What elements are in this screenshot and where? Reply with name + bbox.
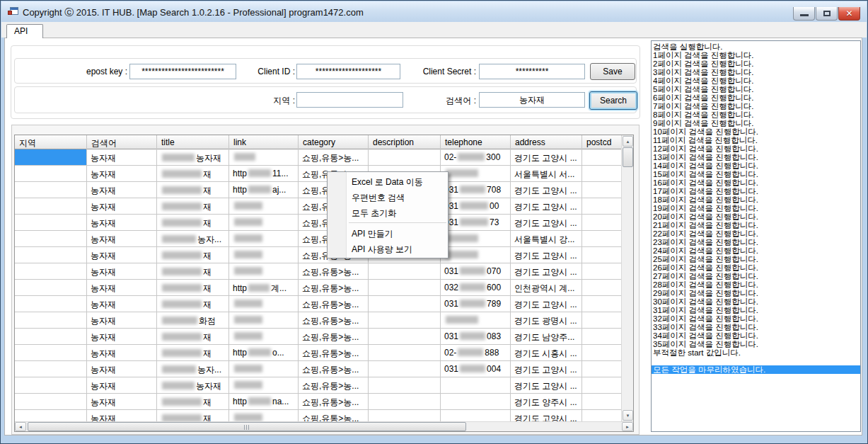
redacted-blur [162, 365, 196, 373]
horizontal-scroll-thumb[interactable] [28, 422, 466, 431]
cell-keyword: 농자재 [87, 329, 157, 344]
scroll-up-icon[interactable]: ▲ [623, 136, 633, 147]
log-line: 2페이지 검색을 진행합니다. [653, 59, 860, 68]
table-row[interactable]: 농자재재httpna...쇼핑,유통>농...경기도 양주시 ... [15, 394, 623, 410]
cell-link [229, 149, 299, 165]
cell-address: 경기도 고양시 ... [511, 361, 582, 377]
redacted-blur [234, 153, 255, 161]
grid-vertical-scrollbar[interactable]: ▲ ▼ [621, 135, 633, 421]
scroll-left-icon[interactable]: ◄ [15, 422, 26, 431]
cell-title: 재 [157, 182, 229, 198]
log-line: 30페이지 검색을 진행합니다. [653, 297, 860, 306]
log-panel[interactable]: 검색을 실행합니다.1페이지 검색을 진행합니다.2페이지 검색을 진행합니다.… [651, 40, 861, 432]
log-line: 23페이지 검색을 진행합니다. [653, 238, 860, 246]
vertical-scroll-thumb[interactable] [623, 147, 633, 167]
table-row[interactable]: 농자재농자재쇼핑,유통>농...경기도 고양시 ... [15, 377, 623, 394]
cell-link [229, 263, 299, 279]
cell-description [369, 394, 441, 409]
table-row[interactable]: 농자재재쇼핑,유통>농...03100경기도 고양시 ... [15, 198, 623, 215]
save-button[interactable]: Save [590, 63, 635, 80]
table-row[interactable]: 농자재농자재쇼핑,유통>농...02-300경기도 고양시 ... [15, 149, 623, 166]
cell-link [229, 312, 299, 328]
log-line: 18페이지 검색을 진행합니다. [653, 195, 860, 204]
column-header-7[interactable]: telephone [441, 135, 511, 149]
cell-link: http계... [229, 280, 299, 295]
client-id-input[interactable] [296, 64, 400, 79]
cell-category: 쇼핑,유통>농... [299, 345, 369, 360]
column-header-4[interactable]: link [229, 135, 299, 149]
cell-address: 서울특별시 서... [511, 166, 582, 181]
column-header-9[interactable]: postcd [582, 135, 623, 149]
log-line: 9페이지 검색을 진행합니다. [653, 119, 860, 127]
table-row[interactable]: 농자재농자...쇼핑,유통>농...031004경기도 고양시 ... [15, 361, 623, 377]
menu-item[interactable]: Excel 로 Data 이동 [328, 173, 448, 189]
cell-postcd [582, 361, 623, 377]
cell-title: 재 [157, 215, 229, 230]
epost-key-input[interactable] [129, 64, 236, 79]
column-header-1[interactable]: 지역 [15, 135, 87, 149]
log-line: 12페이지 검색을 진행합니다. [653, 144, 860, 153]
table-row[interactable]: 농자재재httpo...쇼핑,유통>농...02-888경기도 시흥시 ... [15, 345, 623, 361]
cell-category: 쇼핑,유통>농... [299, 149, 369, 165]
minimize-icon [800, 14, 809, 16]
log-line-highlighted: 모든 작업을 마무리하였습니다. [652, 365, 860, 374]
cell-title: 재 [157, 345, 229, 360]
log-line: 27페이지 검색을 진행합니다. [653, 272, 860, 280]
cell-link [229, 361, 299, 377]
cell-category: 쇼핑,유통>농... [299, 296, 369, 312]
log-line: 14페이지 검색을 진행합니다. [653, 161, 860, 170]
menu-item[interactable]: API 사용량 보기 [328, 241, 448, 256]
table-row[interactable]: 농자재재쇼핑,유통>농...031070경기도 고양시 ... [15, 263, 623, 280]
scroll-down-icon[interactable]: ▼ [623, 410, 633, 421]
cell-telephone: 031083 [441, 329, 511, 344]
titlebar: Copyright ⓒ 2015. IT HUB. [Map Search 1.… [1, 1, 867, 22]
table-row[interactable]: 농자재재쇼핑,유통>농...경기도 고양시 ... [15, 247, 623, 263]
table-row[interactable]: 농자재화점쇼핑,유통>농...경기도 광명시 ... [15, 312, 623, 329]
cell-keyword: 농자재 [87, 247, 157, 263]
table-row[interactable]: 농자재재쇼핑,유통>농...031083경기도 남양주... [15, 329, 623, 345]
cell-address: 서울특별시 강... [511, 231, 582, 246]
cell-link: http11... [229, 166, 299, 181]
minimize-button[interactable] [793, 7, 815, 21]
table-row[interactable]: 농자재농자...쇼핑,유통>농...서울특별시 강... [15, 231, 623, 247]
redacted-blur [162, 268, 202, 275]
redacted-blur [248, 348, 271, 356]
table-row[interactable]: 농자재재쇼핑,유통>농...03173경기도 고양시 ... [15, 215, 623, 231]
close-button[interactable]: ✕ [838, 7, 860, 21]
cell-address: 인천광역시 계... [511, 280, 582, 295]
cell-link [229, 198, 299, 214]
column-header-5[interactable]: category [299, 135, 369, 149]
menu-item[interactable]: API 만들기 [328, 225, 448, 241]
table-row[interactable]: 농자재재http11...쇼핑,유통>농...서울특별시 서... [15, 166, 623, 182]
tab-api[interactable]: API [6, 24, 43, 38]
cell-link [229, 329, 299, 344]
maximize-button[interactable] [816, 7, 838, 21]
column-header-2[interactable]: 검색어 [87, 135, 157, 149]
epost-key-label: epost key : [47, 67, 127, 76]
table-row[interactable]: 농자재재httpaj...쇼핑,유통>농...031708경기도 고양시 ... [15, 182, 623, 198]
client-secret-input[interactable] [479, 64, 585, 79]
cell-postcd [582, 280, 623, 295]
cell-category: 쇼핑,유통>농... [299, 329, 369, 344]
redacted-blur [162, 333, 202, 341]
redacted-blur [446, 316, 478, 324]
table-row[interactable]: 농자재재쇼핑,유통>농...031789경기도 고양시 ... [15, 296, 623, 312]
column-header-6[interactable]: description [369, 135, 441, 149]
log-line: 35페이지 검색을 진행합니다. [653, 340, 860, 348]
cell-title: 농자... [157, 231, 229, 246]
keyword-input[interactable] [479, 92, 585, 108]
grid-horizontal-scrollbar[interactable]: ◄ ► [15, 421, 633, 431]
column-header-8[interactable]: address [511, 135, 582, 149]
cell-link [229, 296, 299, 312]
column-header-3[interactable]: title [157, 135, 229, 149]
menu-item[interactable]: 우편번호 검색 [328, 189, 448, 205]
log-line: 8페이지 검색을 진행합니다. [653, 110, 860, 119]
region-input[interactable] [296, 92, 403, 108]
cell-postcd [582, 215, 623, 230]
table-row[interactable]: 농자재재http계...쇼핑,유통>농...032600인천광역시 계... [15, 280, 623, 296]
search-button[interactable]: Search [589, 91, 637, 110]
menu-item[interactable]: 모두 초기화 [328, 205, 448, 220]
log-line: 21페이지 검색을 진행합니다. [653, 221, 860, 229]
scroll-right-icon[interactable]: ► [622, 422, 633, 431]
cell-postcd [582, 312, 623, 328]
